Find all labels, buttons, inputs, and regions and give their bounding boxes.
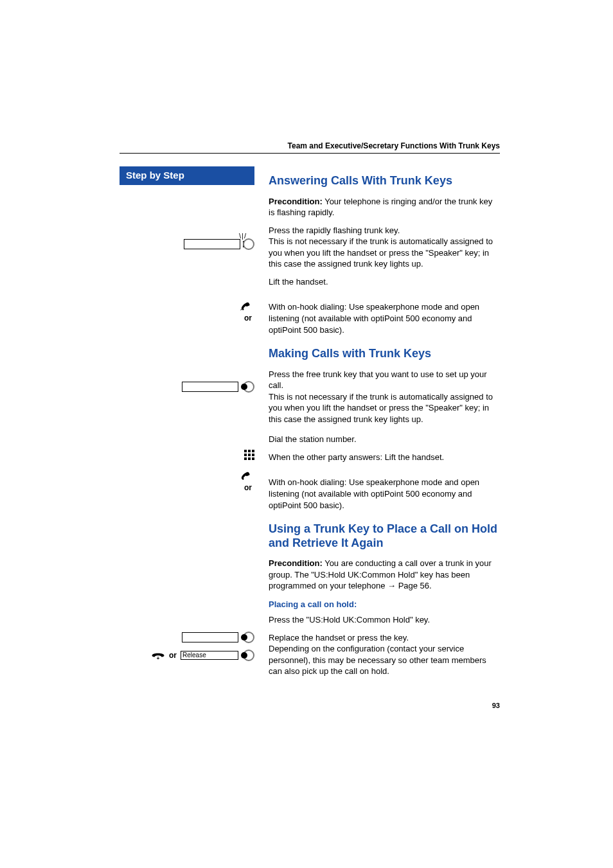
paragraph: Precondition: Your telephone is ringing … (269, 196, 500, 218)
paragraph: Replace the handset or press the key. De… (269, 632, 500, 677)
paragraph: With on-hook dialing: Use speakerphone m… (269, 301, 500, 335)
header-rule (120, 153, 500, 154)
page-number: 93 (120, 702, 500, 709)
paragraph: Press the free trunk key that you want t… (269, 369, 500, 425)
sub-heading: Placing a call on hold: (269, 599, 500, 609)
trunk-key-flashing-icon: \ | / (120, 235, 254, 253)
paragraph: With on-hook dialing: Use speakerphone m… (269, 477, 500, 511)
paragraph: Press the rapidly flashing trunk key. Th… (269, 225, 500, 270)
step-column: Step by Step \ | / (120, 166, 254, 664)
section-title: Using a Trunk Key to Place a Call on Hol… (269, 522, 500, 550)
or-label: or (169, 651, 177, 660)
content-column: Answering Calls With Trunk Keys Precondi… (269, 166, 500, 684)
running-header: Team and Executive/Secretary Functions W… (120, 141, 500, 150)
release-row: or Release (120, 646, 254, 664)
trunk-key-free-icon (120, 378, 254, 396)
paragraph: Dial the station number. (269, 434, 500, 445)
lift-handset-icon (120, 297, 254, 315)
step-by-step-header: Step by Step (120, 166, 254, 185)
paragraph: Lift the handset. (269, 276, 500, 288)
or-label: or (120, 314, 254, 323)
keypad-icon (120, 446, 254, 464)
paragraph: When the other party answers: Lift the h… (269, 452, 500, 463)
page-ref-arrow: → (387, 581, 398, 590)
lift-handset-icon (120, 466, 254, 484)
hangup-icon (151, 651, 165, 660)
section-title: Answering Calls With Trunk Keys (269, 174, 500, 188)
hold-key-icon (120, 628, 254, 646)
section-title: Making Calls with Trunk Keys (269, 347, 500, 361)
paragraph: Press the "US:Hold UK:Common Hold" key. (269, 614, 500, 626)
release-key-label: Release (181, 651, 238, 660)
paragraph: Precondition: You are conducting a call … (269, 558, 500, 592)
page-ref-link[interactable]: Page 56. (398, 581, 432, 590)
or-label: or (120, 483, 254, 492)
